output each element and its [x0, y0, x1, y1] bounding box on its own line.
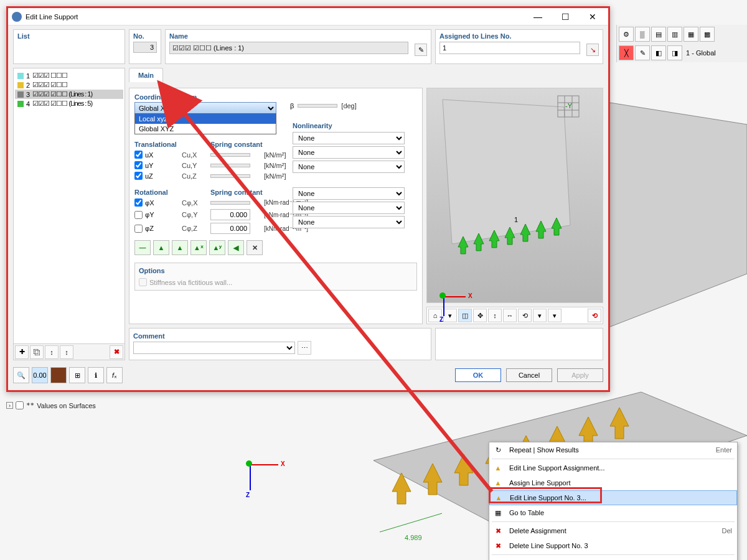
support-list[interactable]: 1☑☑☑ ☐☐☐ 2☑☑☑ ☑☐☐ 3☑☑☑ ☑☐☐ (Lines : 1) 4… [13, 68, 125, 344]
coord-option-global[interactable]: Global XYZ [135, 124, 276, 134]
edit-line-support-dialog: Edit Line Support — ☐ ✕ List No. Name ✎ … [6, 6, 610, 392]
beta-input[interactable] [298, 104, 337, 108]
toolbar-btn-7[interactable]: ╳ [619, 45, 634, 60]
phiz-nonlinearity[interactable]: None [293, 216, 405, 228]
pv-btn-5[interactable]: ↕ [488, 309, 502, 322]
apply-button[interactable]: Apply [557, 368, 603, 382]
name-edit-button[interactable]: ✎ [415, 44, 427, 56]
expand-icon[interactable]: › [6, 402, 13, 409]
pick-lines-button[interactable]: ↘ [586, 44, 599, 56]
pv-btn-3[interactable]: ◫ [458, 309, 472, 322]
close-button[interactable]: ✕ [583, 11, 602, 23]
coord-dropdown-list[interactable]: Local xyz Global XYZ [134, 113, 276, 134]
phix-nonlinearity[interactable]: None [293, 187, 405, 200]
list-item-1[interactable]: 1☑☑☑ ☐☐☐ [15, 71, 123, 80]
preset-3[interactable]: ▲ [172, 240, 188, 255]
ux-checkbox[interactable] [134, 151, 143, 159]
global-combo[interactable]: 1 - Global [684, 45, 745, 60]
pv-btn-2[interactable]: ▾ [443, 309, 457, 322]
tree-item-values-on-surfaces[interactable]: › ** Values on Surfaces [6, 401, 96, 409]
toolbar-btn-1[interactable]: ⚙ [619, 27, 634, 42]
ctx-assign[interactable]: ▲ Assign Line Support [489, 475, 737, 490]
fx-button[interactable]: fₓ [106, 367, 123, 383]
toolbar-btn-2[interactable]: ▒ [635, 27, 650, 42]
cancel-button[interactable]: Cancel [506, 368, 552, 382]
ctx-more[interactable]: ✚ [489, 556, 737, 560]
phiz-checkbox[interactable] [134, 225, 143, 233]
comment-pick-button[interactable]: ⋯ [298, 341, 311, 355]
pv-btn-reset[interactable]: ⟲ [588, 309, 601, 322]
coord-system-select[interactable]: Global XYZ [134, 102, 276, 114]
phix-spring-input[interactable] [210, 201, 250, 205]
ctx-edit-support-no[interactable]: ▲ Edit Line Support No. 3... [489, 490, 737, 505]
minimize-button[interactable]: — [529, 11, 547, 23]
list-delete-button[interactable]: ✖ [110, 345, 123, 359]
list-new-button[interactable]: ✚ [15, 345, 29, 359]
titlebar[interactable]: Edit Line Support — ☐ ✕ [8, 8, 608, 26]
toolbar-btn-6[interactable]: ▩ [700, 27, 715, 42]
units-button[interactable]: 0.00 [32, 367, 48, 383]
phiy-checkbox[interactable] [134, 211, 143, 219]
uy-checkbox[interactable] [134, 161, 143, 169]
list-item-4[interactable]: 4☑☑☑ ☑☐☐ (Lines : 5) [15, 99, 123, 108]
name-header: Name [169, 32, 427, 40]
list-item-3[interactable]: 3☑☑☑ ☑☐☐ (Lines : 1) [15, 90, 123, 99]
ok-button[interactable]: OK [455, 368, 501, 382]
phiy-nonlinearity[interactable]: None [293, 202, 405, 214]
uy-spring-input[interactable] [210, 164, 250, 167]
assigned-input[interactable] [439, 42, 580, 54]
ctx-delete-assignment[interactable]: ✖ Delete Assignment Del [489, 523, 737, 538]
toolbar-btn-4[interactable]: ▥ [667, 27, 682, 42]
list-copy-button[interactable]: ⿻ [30, 345, 44, 359]
toolbar-btn-10[interactable]: ◨ [667, 45, 682, 60]
coord-button[interactable]: ⊞ [69, 367, 85, 383]
uy-nonlinearity[interactable]: None [293, 146, 405, 159]
preset-4[interactable]: ▲ˣ [190, 240, 207, 255]
preview-viewport[interactable]: 1 -Y X [426, 88, 603, 303]
pv-btn-9[interactable]: ▾ [548, 309, 561, 322]
list-item-2[interactable]: 2☑☑☑ ☑☐☐ [15, 80, 123, 90]
ux-nonlinearity[interactable]: None [293, 132, 405, 144]
phix-checkbox[interactable] [134, 198, 143, 207]
nonlinearity-header: Nonlinearity [293, 122, 417, 129]
ctx-repeat[interactable]: ↻ Repeat | Show Results Enter [489, 442, 737, 457]
ctx-delete-support[interactable]: ✖ Delete Line Support No. 3 [489, 538, 737, 553]
pv-btn-7[interactable]: ⟲ [518, 309, 532, 322]
pv-btn-8[interactable]: ▾ [533, 309, 547, 322]
preset-6[interactable]: ◀ [228, 240, 244, 255]
preset-2[interactable]: ▲ [153, 240, 169, 255]
comment-spare-panel [435, 328, 603, 360]
ctx-edit-assignment[interactable]: ▲ Edit Line Support Assignment... [489, 460, 737, 475]
toolbar-btn-8[interactable]: ✎ [635, 45, 650, 60]
toolbar-btn-5[interactable]: ▦ [684, 27, 698, 42]
context-menu: ↻ Repeat | Show Results Enter ▲ Edit Lin… [489, 442, 738, 560]
uz-nonlinearity[interactable]: None [293, 161, 405, 173]
ctx-goto-table[interactable]: ▦ Go to Table [489, 505, 737, 520]
pv-btn-6[interactable]: ↔ [503, 309, 517, 322]
color-button[interactable] [50, 367, 67, 383]
toolbar-btn-3[interactable]: ▤ [651, 27, 666, 42]
list-sort2-button[interactable]: ↕ [60, 345, 73, 359]
phiy-spring-input[interactable]: 0.000 [210, 209, 250, 220]
app-icon [12, 12, 22, 22]
toolbar-btn-9[interactable]: ◧ [651, 45, 666, 60]
info-button[interactable]: ℹ [88, 367, 104, 383]
name-input[interactable] [169, 42, 408, 54]
tree-checkbox[interactable] [16, 401, 24, 409]
no-input[interactable] [133, 42, 157, 53]
preset-1[interactable]: — [134, 240, 151, 255]
list-sort1-button[interactable]: ↕ [45, 345, 59, 359]
pv-btn-4[interactable]: ✥ [473, 309, 487, 322]
list-header: List [17, 32, 121, 40]
preset-5[interactable]: ▲ʸ [209, 240, 225, 255]
tab-main[interactable]: Main [129, 68, 163, 82]
ux-spring-input[interactable] [210, 153, 250, 157]
coord-option-local[interactable]: Local xyz [135, 114, 276, 124]
phiz-spring-input[interactable]: 0.000 [210, 223, 250, 234]
comment-select[interactable] [133, 342, 295, 354]
help-button[interactable]: 🔍 [13, 367, 29, 383]
uz-checkbox[interactable] [134, 172, 143, 180]
maximize-button[interactable]: ☐ [556, 11, 575, 23]
uz-spring-input[interactable] [210, 174, 250, 178]
preset-7[interactable]: ✕ [247, 240, 263, 255]
